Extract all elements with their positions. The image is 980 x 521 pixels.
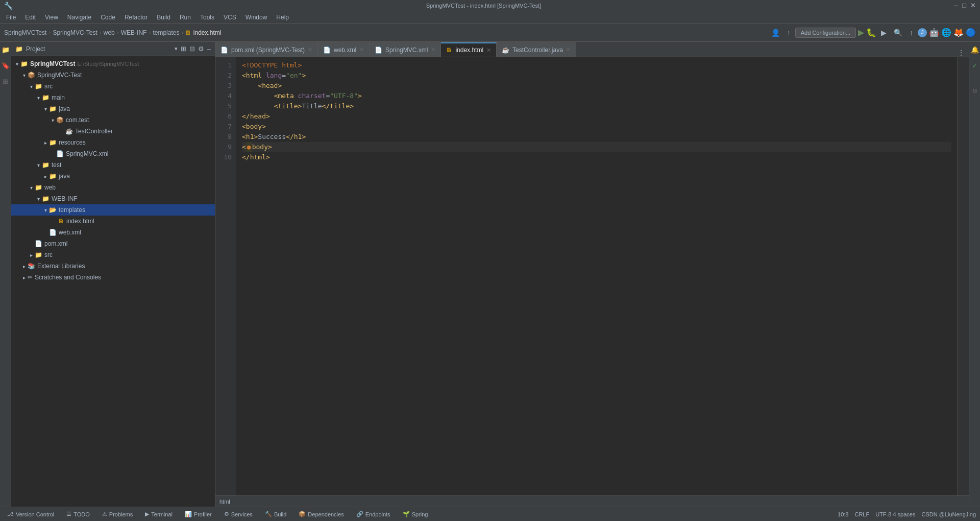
project-icon[interactable]: 📁 bbox=[2, 44, 10, 56]
menu-run[interactable]: Run bbox=[176, 13, 195, 22]
collapse-all-icon[interactable]: ⊟ bbox=[189, 45, 195, 53]
tab-close-button[interactable]: ✕ bbox=[359, 46, 364, 53]
dropdown-arrow-icon[interactable]: ▾ bbox=[175, 45, 178, 52]
tree-item-test[interactable]: ▾ 📁 test bbox=[11, 159, 215, 171]
more-tabs-button[interactable]: ⋮ bbox=[953, 49, 969, 57]
close-button[interactable]: ✕ bbox=[970, 2, 976, 9]
tab-testcontroller[interactable]: ☕ TestController.java ✕ bbox=[497, 42, 576, 57]
profile-button[interactable]: 👤 bbox=[769, 27, 782, 38]
bottom-tab-todo[interactable]: ☰ TODO bbox=[63, 510, 93, 518]
editor-scroll-area[interactable] bbox=[958, 57, 969, 495]
tree-item-root[interactable]: ▾ 📁 SpringMVCTest E:\Study\SpringMVCTest bbox=[11, 58, 215, 69]
avatar-icon[interactable]: J bbox=[918, 28, 927, 37]
tree-item-src2[interactable]: ▸ 📁 src bbox=[11, 249, 215, 260]
browser-icon-3[interactable]: 🦊 bbox=[953, 28, 964, 37]
tree-item-indexhtml[interactable]: 🗎 index.html bbox=[11, 216, 215, 227]
browser-icon-2[interactable]: 🌐 bbox=[941, 28, 951, 37]
maximize-button[interactable]: □ bbox=[962, 2, 966, 9]
tree-label: web bbox=[44, 184, 56, 191]
code-editor[interactable]: <!DOCTYPE html> <html lang = "en" > <hea… bbox=[236, 57, 958, 495]
tree-label-root: SpringMVCTest bbox=[30, 60, 75, 67]
run-button[interactable]: ▶ bbox=[858, 28, 864, 37]
bookmarks-icon[interactable]: 🔖 bbox=[2, 60, 10, 72]
breadcrumb-webinf[interactable]: WEB-INF bbox=[121, 29, 147, 36]
bottom-tab-build[interactable]: 🔨 Build bbox=[262, 510, 289, 518]
bottom-tab-terminal[interactable]: ▶ Terminal bbox=[142, 510, 176, 518]
menu-navigate[interactable]: Navigate bbox=[63, 13, 95, 22]
bottom-tab-endpoints[interactable]: 🔗 Endpoints bbox=[353, 510, 394, 518]
bottom-tab-spring[interactable]: 🌱 Spring bbox=[400, 510, 431, 518]
tree-item-testcontroller[interactable]: ☕ TestController bbox=[11, 126, 215, 137]
html-file-icon: 🗎 bbox=[58, 218, 64, 225]
project-tree: ▾ 📁 SpringMVCTest E:\Study\SpringMVCTest… bbox=[11, 56, 215, 507]
menu-file[interactable]: File bbox=[2, 13, 20, 22]
breadcrumb-module[interactable]: SpringMVC-Test bbox=[53, 29, 97, 36]
menu-help[interactable]: Help bbox=[272, 13, 293, 22]
bottom-tab-problems[interactable]: ⚠ Problems bbox=[99, 510, 136, 518]
tab-close-button[interactable]: ✕ bbox=[566, 46, 571, 53]
tree-item-external-libraries[interactable]: ▸ 📚 External Libraries bbox=[11, 260, 215, 272]
debug-button[interactable]: 🐛 bbox=[866, 28, 876, 37]
tree-item-web[interactable]: ▾ 📁 web bbox=[11, 182, 215, 193]
add-configuration-button[interactable]: Add Configuration... bbox=[795, 28, 856, 38]
xml-icon: 📄 bbox=[56, 150, 64, 157]
tree-item-src[interactable]: ▾ 📁 src bbox=[11, 81, 215, 92]
tree-item-templates[interactable]: ▾ 📂 templates bbox=[11, 204, 215, 216]
menu-edit[interactable]: Edit bbox=[21, 13, 40, 22]
search-button[interactable]: 🔍 bbox=[891, 27, 905, 38]
tree-item-webxml[interactable]: 📄 web.xml bbox=[11, 227, 215, 238]
bottom-tab-version-control[interactable]: ⎇ Version Control bbox=[4, 510, 57, 518]
expand-all-icon[interactable]: ⊞ bbox=[181, 45, 186, 53]
tree-item-springmvcxml[interactable]: 📄 SpringMVC.xml bbox=[11, 148, 215, 159]
minimize-button[interactable]: – bbox=[954, 2, 958, 9]
breadcrumb-web[interactable]: web bbox=[104, 29, 115, 36]
menu-view[interactable]: View bbox=[41, 13, 62, 22]
update-plugins-icon[interactable]: ↑ bbox=[907, 27, 916, 38]
menu-vcs[interactable]: VCS bbox=[219, 13, 240, 22]
bottom-tab-profiler[interactable]: 📊 Profiler bbox=[182, 510, 215, 518]
tab-springmvcxml[interactable]: 📄 SpringMVC.xml ✕ bbox=[370, 42, 441, 57]
terminal-icon: ▶ bbox=[145, 511, 149, 517]
minimize-panel-icon[interactable]: – bbox=[207, 45, 211, 53]
bottom-tab-services[interactable]: ⚙ Services bbox=[221, 510, 256, 518]
browser-icon-1[interactable]: 🤖 bbox=[929, 28, 939, 37]
bottom-tab-dependencies[interactable]: 📦 Dependencies bbox=[296, 510, 347, 518]
tree-item-resources[interactable]: ▸ 📁 resources bbox=[11, 137, 215, 148]
menu-tools[interactable]: Tools bbox=[196, 13, 218, 22]
html-icon: 🗎 bbox=[185, 29, 191, 36]
tab-indexhtml[interactable]: 🗎 index.html ✕ bbox=[441, 42, 497, 57]
markers-icon[interactable]: ✓ bbox=[972, 60, 977, 72]
menu-refactor[interactable]: Refactor bbox=[120, 13, 152, 22]
tab-close-button[interactable]: ✕ bbox=[431, 46, 435, 53]
tree-item-scratches[interactable]: ▸ ✏ Scratches and Consoles bbox=[11, 272, 215, 283]
tree-item-java[interactable]: ▾ 📁 java bbox=[11, 103, 215, 114]
notifications-icon[interactable]: 🔔 bbox=[971, 44, 979, 56]
browser-icon-4[interactable]: 🔵 bbox=[966, 28, 976, 37]
tab-pomxml[interactable]: 📄 pom.xml (SpringMVC-Test) ✕ bbox=[215, 42, 318, 57]
tab-close-button[interactable]: ✕ bbox=[486, 47, 491, 54]
arrow-icon: ▸ bbox=[20, 264, 28, 269]
coverage-button[interactable]: ▶ bbox=[878, 27, 889, 38]
tree-item-main[interactable]: ▾ 📁 main bbox=[11, 92, 215, 103]
menu-build[interactable]: Build bbox=[153, 13, 175, 22]
bottom-tab-label: Terminal bbox=[151, 511, 173, 517]
breadcrumb-file[interactable]: 🗎 index.html bbox=[185, 29, 221, 36]
tree-item-com-test[interactable]: ▾ 📦 com.test bbox=[11, 114, 215, 126]
breadcrumb-templates[interactable]: templates bbox=[153, 29, 179, 36]
tree-item-java-test[interactable]: ▸ 📁 java bbox=[11, 171, 215, 182]
structure-icon[interactable]: ⊞ bbox=[3, 76, 8, 87]
menu-window[interactable]: Window bbox=[241, 13, 272, 22]
update-icon[interactable]: ↑ bbox=[785, 27, 793, 38]
tree-item-springmvc-test[interactable]: ▾ 📦 SpringMVC-Test bbox=[11, 69, 215, 81]
tree-item-webinf[interactable]: ▾ 📁 WEB-INF bbox=[11, 193, 215, 204]
breadcrumb-root[interactable]: SpringMVCTest bbox=[4, 29, 46, 36]
menu-code[interactable]: Code bbox=[96, 13, 119, 22]
arrow-icon: ▸ bbox=[42, 174, 49, 179]
tab-close-button[interactable]: ✕ bbox=[308, 46, 312, 53]
tab-webxml[interactable]: 📄 web.xml ✕ bbox=[318, 42, 370, 57]
tree-label: SpringMVC-Test bbox=[37, 72, 82, 79]
bottom-tab-label: Spring bbox=[412, 511, 428, 517]
maven-icon[interactable]: M bbox=[972, 86, 977, 96]
settings-icon[interactable]: ⚙ bbox=[198, 45, 204, 53]
tree-item-pomxml[interactable]: 📄 pom.xml bbox=[11, 238, 215, 249]
